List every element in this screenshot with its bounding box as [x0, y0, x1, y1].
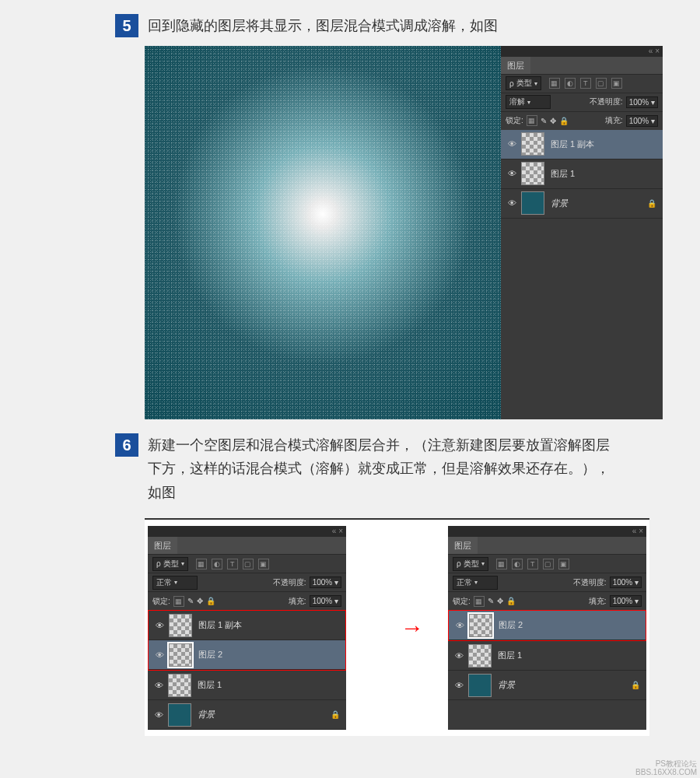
pixel-filter-icon[interactable]: ▦	[549, 78, 560, 89]
opacity-value[interactable]: 100% ▾	[310, 576, 341, 588]
visibility-icon[interactable]: 👁	[502, 139, 521, 149]
layer-item[interactable]: 👁 背景 🔒	[148, 700, 346, 730]
blend-row: 溶解 不透明度: 100% ▾	[501, 93, 663, 111]
layer-item[interactable]: 👁 图层 2	[149, 640, 345, 670]
layer-thumb	[469, 614, 492, 637]
layer-name: 图层 1	[551, 168, 575, 180]
layer-thumb	[169, 643, 192, 667]
fill-label: 填充:	[289, 596, 306, 607]
filter-row: ρ 类型 ▦ ◐ T ▢ ▣	[448, 554, 646, 573]
blend-mode-dropdown[interactable]: 正常	[152, 576, 198, 590]
filter-type-dropdown[interactable]: ρ 类型	[152, 557, 188, 571]
fill-value[interactable]: 100% ▾	[626, 115, 658, 127]
text-filter-icon[interactable]: T	[527, 559, 538, 569]
text-filter-icon[interactable]: T	[580, 78, 591, 89]
move-icon[interactable]: ✥	[550, 117, 556, 125]
layer-item[interactable]: 👁 图层 2	[449, 611, 646, 640]
filter-row: ρ 类型 ▦ ◐ T ▢ ▣	[148, 554, 346, 573]
step-5-text: 回到隐藏的图层将其显示，图层混合模式调成溶解，如图	[148, 14, 498, 38]
layer-name: 图层 2	[499, 619, 523, 631]
visibility-icon[interactable]: 👁	[502, 169, 521, 178]
visibility-icon[interactable]: 👁	[450, 651, 468, 661]
shape-filter-icon[interactable]: ▢	[243, 559, 254, 569]
canvas-preview	[145, 46, 501, 419]
step-5-header: 5 回到隐藏的图层将其显示，图层混合模式调成溶解，如图	[115, 14, 700, 38]
filter-type-dropdown[interactable]: ρ 类型	[453, 557, 488, 571]
opacity-value[interactable]: 100% ▾	[610, 576, 642, 588]
pixel-filter-icon[interactable]: ▦	[196, 559, 207, 569]
layer-name: 背景	[498, 679, 515, 691]
brush-icon[interactable]: ✎	[541, 117, 547, 125]
blend-mode-dropdown[interactable]: 溶解	[506, 95, 551, 109]
layer-thumb	[169, 614, 192, 637]
visibility-icon[interactable]: 👁	[450, 681, 468, 690]
layer-thumb	[521, 132, 544, 156]
visibility-icon[interactable]: 👁	[150, 621, 169, 630]
fill-value[interactable]: 100% ▾	[610, 595, 642, 607]
text-filter-icon[interactable]: T	[227, 559, 238, 569]
step-5-screenshot: « × 图层 ρ 类型 ▦ ◐ T ▢ ▣ 溶解 不透明度: 100% ▾ 锁定…	[145, 46, 663, 419]
noise-overlay	[145, 46, 501, 419]
layer-thumb	[521, 162, 544, 185]
layer-thumb	[168, 674, 191, 697]
move-icon[interactable]: ✥	[497, 597, 503, 605]
shape-filter-icon[interactable]: ▢	[596, 78, 607, 89]
panel-chrome: « ×	[501, 46, 663, 57]
brush-icon[interactable]: ✎	[488, 597, 494, 605]
layer-name: 图层 1	[198, 679, 222, 691]
filter-type-dropdown[interactable]: ρ 类型	[506, 76, 541, 90]
layer-item[interactable]: 👁 图层 1 副本	[149, 611, 345, 640]
panel-chrome: « ×	[148, 526, 346, 537]
layer-item[interactable]: 👁 图层 1	[501, 159, 663, 189]
pixel-filter-icon[interactable]: ▦	[496, 559, 507, 569]
layer-item[interactable]: 👁 图层 1 副本	[501, 130, 663, 159]
layer-thumb	[468, 644, 492, 668]
layer-name: 图层 1 副本	[551, 138, 594, 150]
layers-panel-6a: « × 图层 ρ 类型 ▦ ◐ T ▢ ▣ 正常 不透明度: 100% ▾ 锁定…	[148, 526, 346, 730]
blend-mode-dropdown[interactable]: 正常	[453, 576, 498, 590]
layer-thumb	[168, 703, 191, 727]
brush-icon[interactable]: ✎	[187, 597, 194, 605]
lock-all-icon[interactable]: 🔒	[559, 117, 569, 125]
step-6-header: 6 新建一个空图层和混合模式溶解图层合并，（注意新建图层要放置溶解图层下方，这样…	[115, 433, 700, 505]
layer-item[interactable]: 👁 背景 🔒	[448, 671, 646, 700]
step-6-text: 新建一个空图层和混合模式溶解图层合并，（注意新建图层要放置溶解图层下方，这样的话…	[148, 433, 614, 505]
opacity-value[interactable]: 100% ▾	[626, 96, 658, 108]
lock-trans-icon[interactable]: ▦	[527, 115, 537, 126]
lock-all-icon[interactable]: 🔒	[506, 597, 516, 605]
lock-label: 锁定:	[453, 596, 471, 607]
adjustment-filter-icon[interactable]: ◐	[565, 78, 576, 89]
panel-chrome: « ×	[448, 526, 646, 537]
visibility-icon[interactable]: 👁	[450, 621, 469, 630]
lock-all-icon[interactable]: 🔒	[206, 597, 215, 605]
panel-tab[interactable]: 图层	[448, 537, 646, 554]
smart-filter-icon[interactable]: ▣	[611, 78, 622, 89]
smart-filter-icon[interactable]: ▣	[558, 559, 569, 569]
lock-row: 锁定: ▦ ✎ ✥ 🔒 填充: 100% ▾	[501, 111, 663, 130]
lock-trans-icon[interactable]: ▦	[474, 596, 485, 607]
visibility-icon[interactable]: 👁	[149, 710, 168, 720]
adjustment-filter-icon[interactable]: ◐	[512, 559, 523, 569]
lock-trans-icon[interactable]: ▦	[173, 596, 184, 607]
visibility-icon[interactable]: 👁	[502, 198, 521, 208]
panel-tab[interactable]: 图层	[501, 57, 663, 74]
layer-item[interactable]: 👁 图层 1	[148, 671, 346, 700]
layer-name: 背景	[551, 198, 568, 209]
fill-value[interactable]: 100% ▾	[310, 595, 341, 607]
layer-name: 图层 1	[498, 650, 522, 661]
visibility-icon[interactable]: 👁	[149, 681, 168, 690]
adjustment-filter-icon[interactable]: ◐	[212, 559, 222, 569]
layer-item[interactable]: 👁 图层 1	[448, 641, 646, 671]
layer-thumb	[468, 674, 492, 697]
panel-tab[interactable]: 图层	[148, 537, 346, 554]
opacity-label: 不透明度:	[590, 96, 623, 107]
move-icon[interactable]: ✥	[197, 597, 203, 605]
panel-empty	[501, 275, 663, 419]
visibility-icon[interactable]: 👁	[150, 650, 169, 660]
smart-filter-icon[interactable]: ▣	[258, 559, 269, 569]
step-6-screenshot: « × 图层 ρ 类型 ▦ ◐ T ▢ ▣ 正常 不透明度: 100% ▾ 锁定…	[145, 518, 649, 736]
opacity-label: 不透明度:	[273, 577, 306, 588]
lock-row: 锁定: ▦ ✎ ✥ 🔒 填充: 100% ▾	[448, 591, 646, 610]
layer-item[interactable]: 👁 背景 🔒	[501, 189, 663, 219]
shape-filter-icon[interactable]: ▢	[543, 559, 554, 569]
